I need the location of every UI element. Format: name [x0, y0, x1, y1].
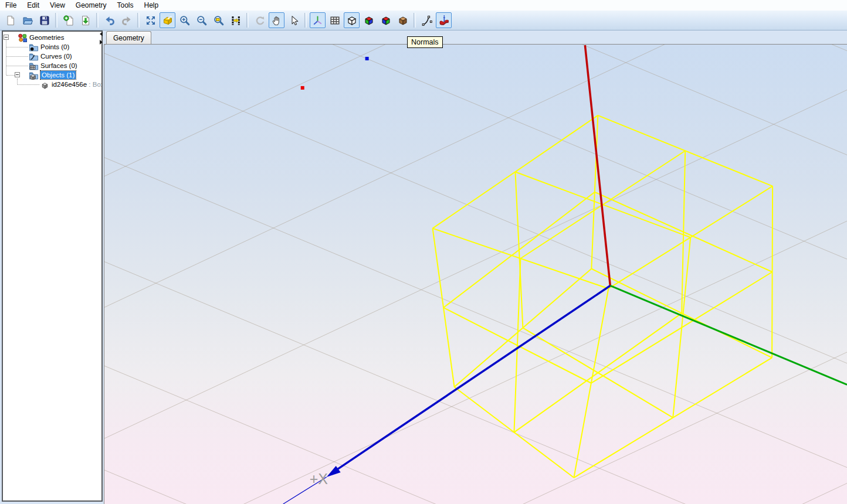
menu-help[interactable]: Help — [139, 0, 164, 11]
tree-guide-line — [6, 56, 28, 57]
solid-plain-view-icon — [397, 15, 409, 26]
tree-guide-line — [18, 84, 39, 85]
box-wireframe-edge — [520, 151, 685, 258]
zoom-fit-button[interactable] — [143, 12, 158, 28]
application-window: { "menubar": { "items": ["File", "Edit",… — [0, 0, 847, 504]
pan-view-icon — [271, 15, 283, 26]
grid-line — [104, 90, 847, 438]
solid-rgb-view-button[interactable] — [361, 12, 377, 28]
import-document-button[interactable] — [77, 12, 93, 28]
tab-geometry[interactable]: Geometry — [106, 31, 151, 44]
grid-toggle-button[interactable] — [327, 12, 343, 28]
menu-tools[interactable]: Tools — [112, 0, 139, 11]
undo-button[interactable] — [101, 12, 117, 28]
tree-item-geometries[interactable]: Geometries — [3, 33, 101, 42]
curve-points-mode-icon — [421, 15, 433, 26]
toolbar-separator — [96, 13, 99, 28]
grid-line — [104, 366, 847, 504]
grid-toggle-icon — [329, 15, 341, 26]
rotate-view-icon — [254, 15, 266, 26]
perspective-view-button[interactable] — [160, 12, 175, 28]
import-document-icon — [80, 15, 92, 26]
tree-item-type-suffix: : Box — [87, 81, 101, 88]
add-document-button[interactable] — [60, 12, 76, 28]
tree-item-label: Points (0) — [40, 43, 69, 51]
open-file-icon — [22, 15, 33, 26]
x-axis-label: +X — [310, 471, 328, 487]
toolbar-separator — [304, 13, 307, 28]
grid-line — [104, 45, 847, 176]
normals-toggle-icon — [438, 15, 450, 26]
wireframe-view-button[interactable] — [344, 12, 360, 28]
tree-scroll-left-icon[interactable] — [100, 32, 103, 36]
viewport-3d[interactable]: +X — [104, 44, 847, 504]
menu-bar: FileEditViewGeometryToolsHelp — [0, 0, 847, 11]
curve-points-mode-button[interactable] — [419, 12, 435, 28]
solid-rgb-flat-view-icon — [380, 15, 392, 26]
update-view-button[interactable] — [228, 12, 243, 28]
zoom-in-button[interactable] — [177, 12, 192, 28]
tree-item-label: Surfaces (0) — [40, 62, 77, 70]
grid-line — [104, 53, 847, 363]
grid-line — [104, 470, 847, 504]
select-mode-button[interactable] — [286, 12, 301, 28]
box-wireframe-edge — [443, 308, 591, 383]
toolbar-separator — [55, 13, 57, 28]
expander-minus-icon[interactable] — [15, 72, 20, 77]
grid-line — [104, 158, 847, 468]
new-file-icon — [5, 15, 16, 26]
grid-line — [104, 221, 847, 504]
point-marker — [365, 57, 369, 60]
tree-scroll-right-icon[interactable] — [100, 40, 103, 45]
expander-minus-icon[interactable] — [4, 35, 9, 40]
zoom-window-button[interactable] — [211, 12, 226, 28]
tree-item-label: Curves (0) — [40, 52, 72, 60]
point-marker — [301, 86, 304, 90]
open-file-button[interactable] — [19, 12, 35, 28]
tree-guide-line — [6, 47, 28, 47]
grid-line — [104, 45, 847, 307]
grid-line — [104, 45, 847, 259]
tree-item-icon-holder — [29, 70, 39, 80]
normals-toggle-button[interactable] — [436, 12, 452, 28]
tooltip-text: Normals — [411, 38, 439, 46]
redo-icon — [121, 15, 133, 26]
z-axis — [585, 45, 610, 285]
tree-guide-line — [6, 66, 28, 66]
tab-geometry-label: Geometry — [113, 34, 144, 42]
zoom-fit-icon — [145, 15, 157, 26]
menu-view[interactable]: View — [45, 0, 70, 11]
pan-view-button[interactable] — [269, 12, 284, 28]
solid-rgb-flat-view-button[interactable] — [378, 12, 394, 28]
rotate-view-button[interactable] — [252, 12, 267, 28]
folder-objects-icon — [29, 70, 39, 80]
redo-button[interactable] — [118, 12, 134, 28]
new-file-button[interactable] — [2, 12, 18, 28]
solid-plain-view-button[interactable] — [395, 12, 411, 28]
grid-line — [104, 262, 847, 504]
geometries-icon — [18, 33, 28, 42]
menu-geometry[interactable]: Geometry — [70, 0, 112, 11]
tree-guide-line — [17, 79, 18, 84]
axes-toggle-button[interactable] — [310, 12, 326, 28]
toolbar — [0, 11, 847, 30]
perspective-view-icon — [162, 15, 174, 26]
save-file-button[interactable] — [36, 12, 52, 28]
zoom-out-button[interactable] — [194, 12, 209, 28]
scene-canvas[interactable]: +X — [104, 45, 847, 504]
tree-guide-line — [6, 75, 15, 76]
tree-item-icon-holder — [18, 33, 28, 42]
box-wireframe-edge — [514, 313, 682, 432]
tree-item-objects[interactable]: Objects (1) — [3, 70, 101, 80]
tree-item-label: Objects (1) — [40, 71, 76, 79]
tree-item-icon-holder — [29, 52, 39, 61]
add-document-icon — [63, 15, 74, 26]
menu-file[interactable]: File — [0, 0, 22, 11]
toolbar-separator — [137, 13, 140, 28]
geometry-tree-panel: GeometriesPoints (0)Curves (0)Surfaces (… — [2, 30, 103, 502]
menu-edit[interactable]: Edit — [22, 0, 45, 11]
grid-line — [104, 483, 847, 504]
select-mode-icon — [288, 15, 300, 26]
save-file-icon — [39, 15, 50, 26]
update-view-icon — [230, 15, 242, 26]
